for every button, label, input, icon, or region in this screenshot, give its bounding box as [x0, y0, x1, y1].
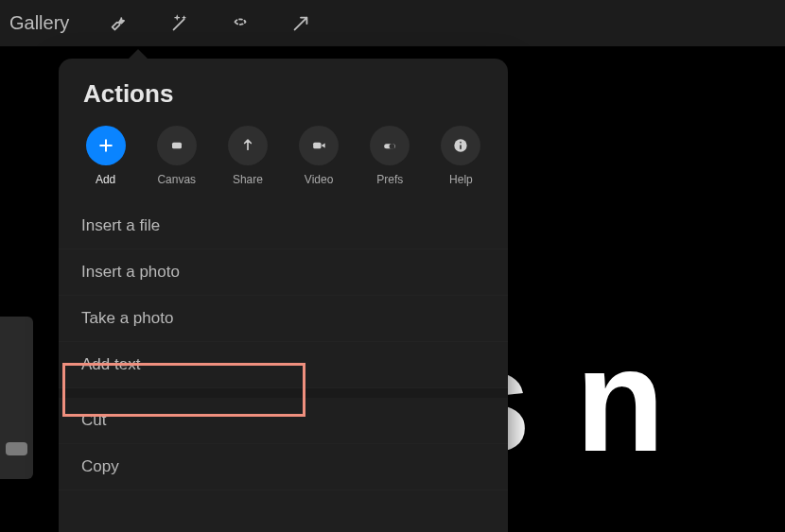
tab-prefs[interactable]: Prefs	[366, 126, 414, 186]
menu-copy[interactable]: Copy	[59, 444, 508, 490]
actions-panel: Actions Add Canvas Share Video	[59, 59, 508, 532]
tab-label: Add	[96, 173, 115, 186]
actions-tabs: Add Canvas Share Video Prefs	[59, 126, 508, 196]
menu-add-text[interactable]: Add text	[59, 342, 508, 388]
svg-rect-6	[461, 145, 462, 149]
help-icon	[441, 126, 480, 165]
tab-label: Share	[233, 173, 263, 186]
slider-thumb[interactable]	[6, 442, 27, 455]
canvas-icon	[157, 126, 197, 165]
tab-canvas[interactable]: Canvas	[152, 126, 201, 186]
actions-menu: Insert a file Insert a photo Take a phot…	[59, 203, 508, 490]
magic-wand-icon[interactable]	[162, 6, 198, 42]
tab-label: Video	[305, 173, 333, 186]
svg-rect-0	[172, 143, 182, 149]
tab-label: Help	[449, 173, 473, 186]
selection-icon[interactable]	[222, 6, 258, 42]
plus-icon	[86, 126, 126, 165]
share-icon	[228, 126, 268, 165]
tab-add[interactable]: Add	[81, 126, 130, 186]
svg-rect-1	[313, 143, 321, 149]
tab-share[interactable]: Share	[223, 126, 271, 186]
topbar: Gallery	[0, 0, 785, 46]
wrench-icon[interactable]	[101, 6, 137, 42]
menu-separator	[59, 388, 508, 398]
menu-insert-file[interactable]: Insert a file	[59, 203, 508, 249]
tab-label: Prefs	[376, 173, 403, 186]
actions-title: Actions	[59, 59, 508, 126]
svg-point-3	[390, 144, 395, 149]
tab-help[interactable]: Help	[437, 126, 485, 186]
menu-cut[interactable]: Cut	[59, 398, 508, 444]
cursor-icon[interactable]	[283, 6, 319, 42]
popover-arrow	[128, 49, 148, 60]
prefs-icon	[370, 126, 410, 165]
gallery-button[interactable]: Gallery	[9, 12, 69, 34]
menu-take-photo[interactable]: Take a photo	[59, 296, 508, 342]
tab-video[interactable]: Video	[295, 126, 343, 186]
tab-label: Canvas	[157, 173, 196, 186]
svg-rect-5	[461, 142, 462, 144]
video-icon	[299, 126, 339, 165]
brush-size-slider[interactable]	[0, 317, 33, 479]
menu-insert-photo[interactable]: Insert a photo	[59, 249, 508, 296]
